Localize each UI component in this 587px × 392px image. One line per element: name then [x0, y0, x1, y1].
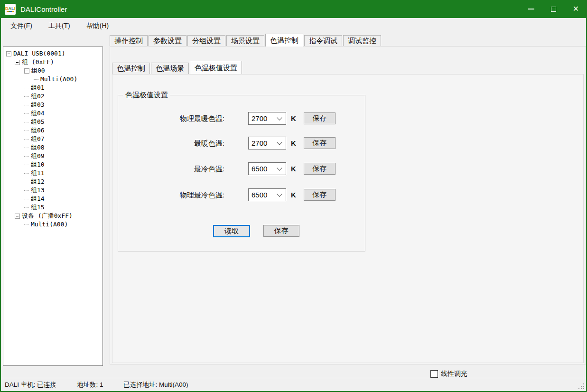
- app-icon: DALI: [5, 4, 16, 15]
- save-all-button[interactable]: 保存: [263, 225, 299, 237]
- coolest-combobox[interactable]: 6500: [248, 162, 286, 175]
- tree-expander-icon[interactable]: [24, 68, 29, 74]
- menubar: 文件(F) 工具(T) 帮助(H): [1, 18, 586, 34]
- tab-operation-control[interactable]: 操作控制: [110, 35, 148, 47]
- unit-label: K: [291, 162, 296, 175]
- statusbar: DALI 主机: 已连接 地址数: 1 已选择地址: Multi(A00): [1, 378, 586, 391]
- tree-node-group10[interactable]: 组10: [3, 160, 102, 169]
- tree-node-group02[interactable]: 组02: [3, 92, 102, 101]
- tree-twig: [24, 139, 29, 140]
- tab-grouping-settings[interactable]: 分组设置: [187, 35, 225, 47]
- unit-label: K: [291, 188, 296, 201]
- combobox-value: 6500: [249, 191, 278, 199]
- chevron-down-icon: [277, 191, 282, 196]
- tab-parameter-settings[interactable]: 参数设置: [149, 35, 186, 47]
- physical-coolest-combobox[interactable]: 6500: [248, 188, 286, 201]
- minimize-icon: [528, 9, 534, 9]
- window-title: DALIController: [20, 5, 67, 13]
- chevron-down-icon: [277, 115, 282, 120]
- read-button[interactable]: 读取: [213, 225, 250, 237]
- tree-node-group13[interactable]: 组13: [3, 186, 102, 195]
- linear-dimming-checkbox[interactable]: [430, 370, 438, 378]
- chevron-down-icon: [277, 165, 282, 170]
- color-temp-limits-groupbox: 色温极值设置 物理最暖色温: 2700 K 保存 最暖色温: 2700 K 保存…: [118, 95, 365, 252]
- tree-node-group09[interactable]: 组09: [3, 152, 102, 160]
- tree-node-multi-a00[interactable]: Multi(A00): [3, 75, 102, 84]
- tree-node-multi-a00-broadcast[interactable]: Multi(A00): [3, 220, 102, 229]
- tree-node-group08[interactable]: 组08: [3, 143, 102, 152]
- close-icon: ✕: [573, 5, 579, 13]
- tree-node-device-broadcast[interactable]: 设备 (广播0xFF): [3, 212, 102, 220]
- menu-tools[interactable]: 工具(T): [42, 18, 77, 34]
- unit-label: K: [291, 137, 296, 149]
- app-logo-bar: [7, 11, 14, 12]
- tree-twig: [24, 131, 29, 131]
- tree-expander-icon[interactable]: [15, 214, 20, 219]
- maximize-button[interactable]: [542, 0, 565, 18]
- linear-dimming-option[interactable]: 线性调光: [430, 370, 467, 378]
- tree-node-group05[interactable]: 组05: [3, 118, 102, 126]
- resize-grip[interactable]: [578, 383, 585, 390]
- tree-node-group-root[interactable]: 组 (0xFF): [3, 58, 102, 66]
- tree-node-group12[interactable]: 组12: [3, 177, 102, 186]
- window-controls: ✕: [520, 0, 587, 18]
- tree-expander-icon[interactable]: [6, 51, 11, 56]
- save-physical-coolest-button[interactable]: 保存: [304, 189, 335, 201]
- tree-node-group00[interactable]: 组00: [3, 66, 102, 75]
- subtab-color-temp-scene[interactable]: 色温场景: [151, 63, 189, 74]
- status-host-connection: DALI 主机: 已连接: [5, 378, 56, 392]
- close-button[interactable]: ✕: [565, 0, 587, 18]
- tree-twig: [24, 165, 29, 165]
- field-label: 物理最冷色温:: [132, 188, 224, 201]
- tree-node-dali-usb[interactable]: DALI USB(0001): [3, 49, 102, 58]
- warmest-combobox[interactable]: 2700: [248, 137, 286, 149]
- save-physical-warmest-button[interactable]: 保存: [304, 112, 335, 124]
- tree-twig: [24, 199, 29, 199]
- tree-node-group14[interactable]: 组14: [3, 195, 102, 203]
- form-row-physical-warmest: 物理最暖色温: 2700 K 保存: [118, 112, 365, 125]
- field-label: 物理最暖色温:: [132, 112, 224, 125]
- tree-twig: [24, 105, 29, 105]
- main-tabstrip: 操作控制 参数设置 分组设置 场景设置 色温控制 指令调试 调试监控: [110, 35, 382, 47]
- linear-dimming-label: 线性调光: [441, 370, 467, 378]
- form-row-warmest: 最暖色温: 2700 K 保存: [118, 137, 365, 149]
- field-label: 最暖色温:: [132, 137, 224, 149]
- tab-scene-settings[interactable]: 场景设置: [226, 35, 264, 47]
- combobox-value: 2700: [249, 139, 278, 147]
- tree-node-group06[interactable]: 组06: [3, 126, 102, 135]
- tree-twig: [24, 96, 29, 97]
- unit-label: K: [291, 112, 296, 125]
- tree-node-group03[interactable]: 组03: [3, 101, 102, 109]
- action-button-row: 读取 保存: [118, 225, 365, 237]
- tree-node-group04[interactable]: 组04: [3, 109, 102, 118]
- tree-node-group01[interactable]: 组01: [3, 84, 102, 92]
- tree-twig: [24, 173, 29, 174]
- maximize-icon: [551, 7, 556, 12]
- tab-color-temp-control[interactable]: 色温控制: [265, 34, 303, 47]
- dali-controller-window: { "window": { "title": "DALIController",…: [0, 0, 587, 392]
- menu-file[interactable]: 文件(F): [4, 18, 39, 34]
- tree-twig: [24, 207, 29, 208]
- tree-twig: [24, 148, 29, 148]
- tree-node-group07[interactable]: 组07: [3, 135, 102, 143]
- groupbox-title: 色温极值设置: [123, 90, 170, 100]
- status-address-count: 地址数: 1: [77, 378, 103, 392]
- minimize-button[interactable]: [520, 0, 542, 18]
- subtab-color-temp-control[interactable]: 色温控制: [112, 63, 150, 74]
- tree-node-group15[interactable]: 组15: [3, 203, 102, 212]
- physical-warmest-combobox[interactable]: 2700: [248, 112, 286, 125]
- save-warmest-button[interactable]: 保存: [304, 137, 335, 149]
- titlebar[interactable]: DALI DALIController ✕: [0, 0, 587, 18]
- tree-twig: [24, 182, 29, 182]
- tree-twig: [24, 190, 29, 191]
- tree-node-group11[interactable]: 组11: [3, 169, 102, 177]
- sub-tabstrip: 色温控制 色温场景 色温极值设置: [112, 61, 243, 74]
- menu-help[interactable]: 帮助(H): [80, 18, 115, 34]
- tree-twig: [24, 224, 29, 225]
- tab-debug-monitor[interactable]: 调试监控: [343, 35, 381, 47]
- subtab-color-temp-limits[interactable]: 色温极值设置: [190, 61, 242, 74]
- form-row-coolest: 最冷色温: 6500 K 保存: [118, 162, 365, 175]
- tree-expander-icon[interactable]: [15, 60, 20, 65]
- save-coolest-button[interactable]: 保存: [304, 163, 335, 175]
- tab-command-debug[interactable]: 指令调试: [304, 35, 342, 47]
